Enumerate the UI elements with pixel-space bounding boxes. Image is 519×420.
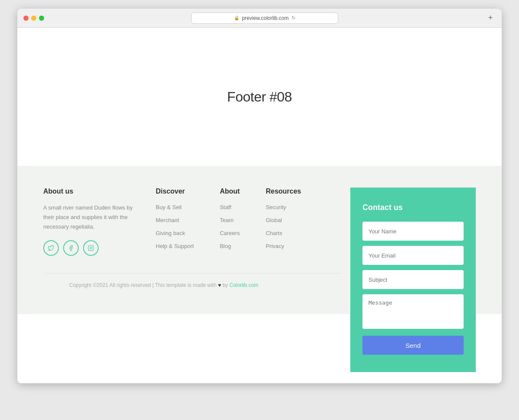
url-text: preview.colorlib.com (242, 15, 288, 21)
about-heading: About us (43, 188, 138, 195)
about-links: Staff Team Careers Blog (220, 203, 240, 250)
footer-discover-column: Discover Buy & Sell Merchant Giving back… (156, 188, 194, 256)
heart-icon: ♥ (218, 282, 221, 288)
footer-about-nav-column: About Staff Team Careers Blog (220, 188, 240, 256)
about-nav-heading: About (220, 188, 240, 195)
list-item: Careers (220, 229, 240, 237)
copyright-text: Copyright ©2021 All rights reserved | Th… (69, 282, 316, 288)
page-title: Footer #08 (227, 89, 292, 105)
list-item: Merchant (156, 216, 194, 224)
contact-form: Send (362, 222, 464, 355)
global-link[interactable]: Global (266, 217, 282, 223)
facebook-icon[interactable] (63, 240, 79, 256)
message-textarea[interactable] (362, 294, 464, 329)
resources-heading: Resources (266, 188, 301, 195)
instagram-icon[interactable] (83, 240, 99, 256)
team-link[interactable]: Team (220, 217, 234, 223)
browser-toolbar: 🔒 preview.colorlib.com ↻ + (17, 9, 502, 28)
name-input[interactable] (362, 222, 464, 241)
list-item: Team (220, 216, 240, 224)
browser-dots (23, 16, 44, 21)
list-item: Help & Support (156, 242, 194, 250)
footer-content-wrapper: About us A small river named Duden flows… (43, 188, 476, 301)
buy-sell-link[interactable]: Buy & Sell (156, 204, 182, 210)
footer-bottom: Copyright ©2021 All rights reserved | Th… (43, 273, 342, 301)
security-link[interactable]: Security (266, 204, 286, 210)
careers-link[interactable]: Careers (220, 230, 240, 236)
address-bar-container: 🔒 preview.colorlib.com ↻ (48, 13, 482, 24)
footer-about-column: About us A small river named Duden flows… (43, 188, 138, 256)
reload-icon: ↻ (292, 15, 295, 21)
list-item: Privacy (266, 242, 301, 250)
twitter-icon[interactable] (43, 240, 59, 256)
send-button[interactable]: Send (362, 336, 464, 355)
email-input[interactable] (362, 246, 464, 265)
list-item: Global (266, 216, 301, 224)
contact-heading: Contact us (362, 203, 464, 212)
footer: About us A small river named Duden flows… (17, 166, 502, 314)
social-icons (43, 240, 138, 256)
giving-back-link[interactable]: Giving back (156, 230, 185, 236)
help-support-link[interactable]: Help & Support (156, 243, 194, 249)
svg-rect-0 (88, 245, 93, 251)
resources-links: Security Global Charts Privacy (266, 203, 301, 250)
contact-panel: Contact us Send (350, 188, 476, 372)
add-tab-button[interactable]: + (485, 13, 496, 23)
footer-main: About us A small river named Duden flows… (43, 188, 342, 256)
footer-nav-columns: Discover Buy & Sell Merchant Giving back… (156, 188, 342, 256)
browser-window: 🔒 preview.colorlib.com ↻ + Footer #08 Ab… (17, 9, 502, 383)
hero-section: Footer #08 (17, 28, 502, 166)
list-item: Giving back (156, 229, 194, 237)
lock-icon: 🔒 (234, 16, 239, 20)
about-description: A small river named Duden flows by their… (43, 203, 138, 232)
colorlib-link[interactable]: Colorlib.com (229, 282, 258, 288)
merchant-link[interactable]: Merchant (156, 217, 179, 223)
privacy-link[interactable]: Privacy (266, 243, 284, 249)
subject-input[interactable] (362, 270, 464, 289)
discover-heading: Discover (156, 188, 194, 195)
address-bar[interactable]: 🔒 preview.colorlib.com ↻ (191, 13, 338, 24)
page-content: Footer #08 About us A small river named … (17, 28, 502, 383)
list-item: Charts (266, 229, 301, 237)
footer-resources-column: Resources Security Global Charts Privacy (266, 188, 301, 256)
dot-green[interactable] (39, 16, 44, 21)
discover-links: Buy & Sell Merchant Giving back Help & S… (156, 203, 194, 250)
list-item: Buy & Sell (156, 203, 194, 211)
staff-link[interactable]: Staff (220, 204, 231, 210)
list-item: Blog (220, 242, 240, 250)
dot-red[interactable] (23, 16, 29, 21)
dot-yellow[interactable] (31, 16, 36, 21)
list-item: Staff (220, 203, 240, 211)
charts-link[interactable]: Charts (266, 230, 282, 236)
list-item: Security (266, 203, 301, 211)
blog-link[interactable]: Blog (220, 243, 231, 249)
